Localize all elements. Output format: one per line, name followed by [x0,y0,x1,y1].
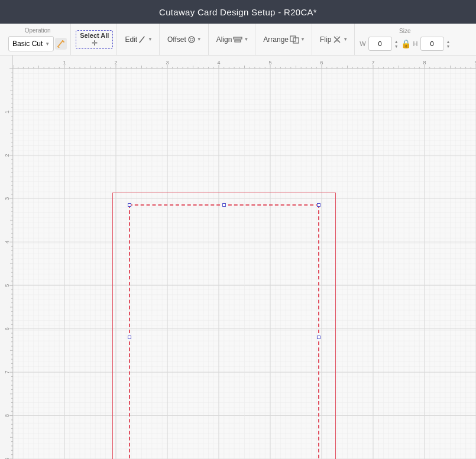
height-spinner[interactable]: ▲ ▼ [446,40,451,48]
size-group: Size W ▲ ▼ 🔒 H ▲ ▼ [356,24,454,55]
vertical-ruler [0,56,13,459]
offset-dropdown-arrow: ▼ [197,37,202,42]
canvas-area[interactable] [0,56,476,459]
size-label: Size [399,28,410,34]
width-input[interactable] [368,37,392,51]
app-title: Cutaway Card Design Setup - R20CA* [159,7,317,17]
edit-label: Edit [125,35,137,44]
edit-dropdown-arrow: ▼ [148,37,153,42]
height-label: H [413,40,418,47]
offset-label: Offset [167,35,186,44]
arrange-label: Arrange [263,35,289,44]
flip-button[interactable]: Flip ▼ [317,34,351,45]
flip-icon [332,35,342,44]
edit-pencil-icon[interactable] [55,38,67,50]
svg-point-4 [189,37,195,43]
offset-button[interactable]: Offset ▼ [164,34,205,45]
align-dropdown-arrow: ▼ [244,37,248,42]
align-button[interactable]: Align ▼ [213,34,252,45]
edit-group: Edit ▼ [118,24,160,55]
arrange-button[interactable]: Arrange ▼ [260,34,308,45]
arrange-group: Arrange ▼ [257,24,312,55]
height-input[interactable] [420,37,444,51]
resize-handle-1[interactable] [222,203,226,207]
align-label: Align [216,35,232,44]
inner-dashed-rect[interactable] [129,204,319,459]
svg-line-3 [140,37,144,43]
width-label: W [360,40,365,47]
flip-dropdown-arrow: ▼ [343,37,348,42]
design-container [13,69,476,459]
arrange-dropdown-arrow: ▼ [300,37,305,42]
width-down-arrow[interactable]: ▼ [394,44,399,48]
arrange-icon [290,35,299,44]
operation-dropdown-arrow: ▼ [45,41,50,47]
offset-group: Offset ▼ [161,24,209,55]
toolbar: Operation Basic Cut ▼ Select All ✛ Edit [0,24,476,56]
title-bar: Cutaway Card Design Setup - R20CA* [0,0,476,24]
operation-control: Basic Cut ▼ [8,36,67,51]
resize-handle-3[interactable] [128,336,131,339]
resize-handle-0[interactable] [128,203,131,207]
select-all-button[interactable]: Select All ✛ [76,30,113,49]
pencil-svg [57,40,65,48]
align-group: Align ▼ [210,24,256,55]
edit-button[interactable]: Edit ▼ [122,34,156,45]
lock-icon: 🔒 [401,39,411,48]
svg-line-0 [58,41,63,47]
svg-rect-6 [234,37,242,39]
operation-label: Operation [25,27,51,34]
edit-icon [138,35,147,44]
flip-label: Flip [320,35,331,44]
svg-point-5 [190,38,193,41]
svg-line-1 [63,41,64,42]
select-all-icon: ✛ [92,39,98,47]
size-control: W ▲ ▼ 🔒 H ▲ ▼ [360,37,450,51]
width-spinner[interactable]: ▲ ▼ [394,40,399,48]
resize-handle-2[interactable] [317,203,320,207]
svg-rect-7 [235,40,241,42]
flip-group: Flip ▼ [313,24,355,55]
operation-select[interactable]: Basic Cut ▼ [8,36,54,51]
horizontal-ruler [0,56,476,69]
select-all-group: Select All ✛ [72,24,117,55]
width-up-arrow[interactable]: ▲ [394,40,399,44]
select-all-label: Select All [80,32,109,39]
align-icon [233,35,242,44]
operation-value: Basic Cut [12,40,43,48]
resize-handle-4[interactable] [317,336,320,339]
offset-icon [187,35,196,44]
height-up-arrow[interactable]: ▲ [446,40,451,44]
svg-line-2 [58,47,59,48]
height-down-arrow[interactable]: ▼ [446,44,451,48]
operation-group: Operation Basic Cut ▼ [5,24,71,55]
